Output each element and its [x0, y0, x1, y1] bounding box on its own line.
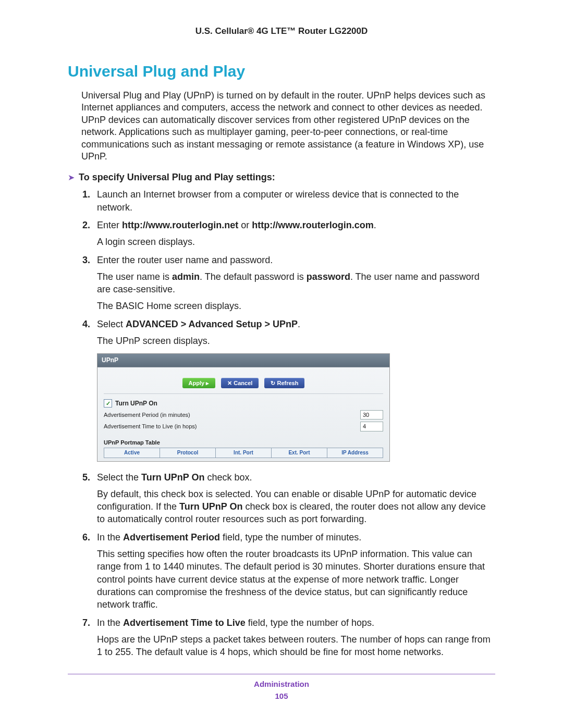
adv-ttl-input[interactable]: 4	[360, 422, 383, 431]
step-4-sub: The UPnP screen displays.	[97, 335, 495, 347]
col-ip: IP Address	[327, 448, 383, 458]
t: Select the	[97, 472, 141, 483]
adv-period-label: Advertisement Period (in minutes)	[104, 411, 190, 419]
turn-upnp-on-label: Turn UPnP On	[115, 399, 157, 408]
t: In the	[97, 532, 123, 542]
t: admin	[172, 272, 200, 282]
footer-rule	[68, 674, 495, 674]
step-3: Enter the router user name and password.…	[82, 254, 495, 313]
t: In the	[97, 618, 123, 628]
col-intport: Int. Port	[216, 448, 272, 458]
step-7: In the Advertisement Time to Live field,…	[82, 616, 495, 659]
cancel-button[interactable]: ✕ Cancel	[221, 378, 259, 389]
t: check box.	[204, 472, 252, 483]
t: field, type the number of hops.	[246, 618, 374, 628]
footer-page-number: 105	[68, 692, 495, 700]
step-7-sub: Hops are the UPnP steps a packet takes b…	[97, 633, 495, 659]
step-6-sub: This setting specifies how often the rou…	[97, 548, 495, 611]
step-3-sub1: The user name is admin. The default pass…	[97, 270, 495, 296]
footer-section-label: Administration	[68, 680, 495, 688]
step-1: Launch an Internet browser from a comput…	[82, 188, 495, 214]
section-title: Universal Plug and Play	[68, 63, 495, 80]
doc-header: U.S. Cellular® 4G LTE™ Router LG2200D	[68, 26, 495, 36]
intro-paragraph: Universal Plug and Play (UPnP) is turned…	[81, 90, 495, 163]
step-1-text: Launch an Internet browser from a comput…	[97, 189, 459, 212]
upnp-screenshot-panel: UPnP Apply ▸ ✕ Cancel ↻ Refresh ✓ Turn U…	[97, 353, 390, 461]
col-extport: Ext. Port	[272, 448, 327, 458]
t: .	[298, 319, 300, 329]
step-2-text: Enter http://www.routerlogin.net or http…	[97, 220, 376, 230]
t: or	[238, 220, 252, 230]
t: Turn UPnP On	[141, 472, 204, 483]
t: field, type the number of minutes.	[220, 532, 361, 542]
upnp-button-row: Apply ▸ ✕ Cancel ↻ Refresh	[104, 373, 383, 394]
t: Advertisement Period	[123, 532, 220, 542]
task-lead: ➤ To specify Universal Plug and Play set…	[68, 172, 495, 183]
step-6-text: In the Advertisement Period field, type …	[97, 532, 361, 542]
step-4: Select ADVANCED > Advanced Setup > UPnP.…	[82, 318, 495, 462]
t: .	[374, 220, 376, 230]
col-protocol: Protocol	[160, 448, 216, 458]
step-6: In the Advertisement Period field, type …	[82, 531, 495, 611]
adv-ttl-label: Advertisement Time to Live (in hops)	[104, 423, 197, 430]
refresh-button[interactable]: ↻ Refresh	[264, 378, 304, 389]
task-lead-text: To specify Universal Plug and Play setti…	[79, 172, 275, 183]
portmap-table: Active Protocol Int. Port Ext. Port IP A…	[104, 448, 383, 458]
t: http://www.routerlogin.net	[122, 220, 238, 230]
apply-button[interactable]: Apply ▸	[182, 378, 216, 389]
col-active: Active	[104, 448, 160, 458]
step-3-sub2: The BASIC Home screen displays.	[97, 300, 495, 312]
step-5-sub: By default, this check box is selected. …	[97, 488, 495, 526]
t: Select	[97, 319, 126, 329]
t: ADVANCED > Advanced Setup > UPnP	[126, 319, 298, 329]
portmap-table-title: UPnP Portmap Table	[104, 433, 383, 448]
t: . The default password is	[200, 272, 307, 282]
step-5-text: Select the Turn UPnP On check box.	[97, 472, 252, 483]
upnp-panel-title: UPnP	[97, 354, 389, 367]
turn-upnp-on-checkbox[interactable]: ✓	[104, 399, 112, 408]
t: Advertisement Time to Live	[123, 618, 246, 628]
t: Enter	[97, 220, 122, 230]
t: http://www.routerlogin.com	[252, 220, 373, 230]
step-7-text: In the Advertisement Time to Live field,…	[97, 618, 374, 628]
arrow-icon: ➤	[68, 172, 75, 182]
step-3-text: Enter the router user name and password.	[97, 255, 273, 265]
t: password	[307, 272, 350, 282]
step-2: Enter http://www.routerlogin.net or http…	[82, 219, 495, 249]
step-2-sub: A login screen displays.	[97, 236, 495, 248]
t: The user name is	[97, 272, 172, 282]
adv-period-input[interactable]: 30	[360, 410, 383, 420]
step-5: Select the Turn UPnP On check box. By de…	[82, 471, 495, 526]
t: Turn UPnP On	[179, 501, 242, 512]
step-4-text: Select ADVANCED > Advanced Setup > UPnP.	[97, 319, 300, 329]
